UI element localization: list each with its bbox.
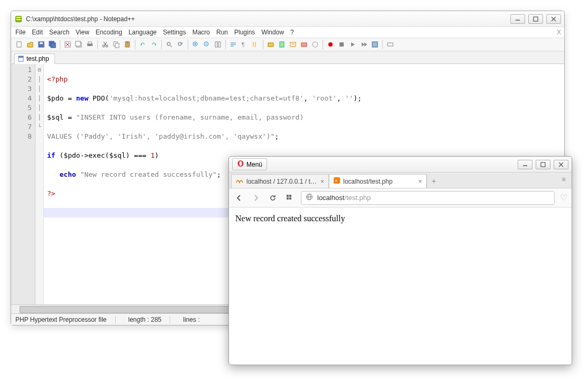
fold-column[interactable]: ⊟│││││└ xyxy=(35,64,44,304)
find-icon[interactable] xyxy=(164,40,174,49)
browser-window: Menü localhost / 127.0.0.1 / test × X lo… xyxy=(228,156,572,365)
browser-tab[interactable]: localhost / 127.0.0.1 / test × xyxy=(231,174,329,188)
svg-rect-1 xyxy=(16,17,21,18)
zoom-out-icon[interactable] xyxy=(202,40,212,49)
function-list-icon[interactable] xyxy=(288,40,298,49)
browser-window-controls xyxy=(518,160,568,169)
tab-close-icon[interactable]: × xyxy=(320,178,324,185)
phpmyadmin-favicon-icon xyxy=(236,177,243,185)
menu-help[interactable]: ? xyxy=(290,29,294,36)
url-text: localhost/test.php xyxy=(317,194,371,202)
forward-button[interactable] xyxy=(250,192,262,204)
svg-rect-9 xyxy=(40,42,43,44)
doc-map-icon[interactable] xyxy=(277,40,287,49)
open-file-icon[interactable] xyxy=(25,40,35,49)
cut-icon[interactable] xyxy=(100,40,110,49)
browser-tab-active[interactable]: X localhost/test.php × xyxy=(329,174,427,188)
maximize-button[interactable] xyxy=(528,14,543,24)
tab-overflow-icon[interactable]: ≡ xyxy=(559,176,568,183)
globe-icon xyxy=(306,193,313,202)
save-macro-icon[interactable] xyxy=(370,40,380,49)
svg-text:¶: ¶ xyxy=(242,42,244,48)
page-text: New record created successfully xyxy=(235,214,345,223)
svg-rect-26 xyxy=(126,41,128,43)
browser-tab-label: localhost / 127.0.0.1 / test xyxy=(246,178,317,185)
file-tab[interactable]: test.php xyxy=(14,53,55,64)
browser-titlebar[interactable]: Menü xyxy=(229,157,572,173)
svg-rect-66 xyxy=(289,197,291,200)
opera-menu-label: Menü xyxy=(246,161,262,168)
menu-encoding[interactable]: Encoding xyxy=(96,29,122,36)
menu-run[interactable]: Run xyxy=(216,29,228,36)
menu-macro[interactable]: Macro xyxy=(192,29,210,36)
svg-rect-16 xyxy=(76,41,80,46)
print-icon[interactable] xyxy=(85,40,95,49)
show-spaces-icon[interactable] xyxy=(385,40,395,49)
new-tab-button[interactable]: + xyxy=(427,174,440,188)
svg-rect-51 xyxy=(372,42,378,47)
folder-icon[interactable] xyxy=(266,40,275,49)
status-lines: lines : xyxy=(183,316,208,323)
reload-button[interactable] xyxy=(267,192,279,204)
svg-rect-58 xyxy=(541,162,545,167)
svg-rect-4 xyxy=(534,17,538,21)
svg-point-56 xyxy=(240,161,242,166)
play-macro-icon[interactable] xyxy=(348,40,357,49)
menu-view[interactable]: View xyxy=(76,29,89,36)
monitoring-icon[interactable] xyxy=(310,40,320,49)
menu-plugins[interactable]: Plugins xyxy=(234,29,255,36)
svg-rect-45 xyxy=(290,42,296,47)
notepad-titlebar[interactable]: C:\xampp\htdocs\test.php - Notepad++ xyxy=(11,11,564,27)
paste-icon[interactable] xyxy=(123,40,132,49)
indent-guide-icon[interactable] xyxy=(251,40,260,49)
opera-menu-button[interactable]: Menü xyxy=(232,158,267,170)
speed-dial-button[interactable] xyxy=(284,192,296,204)
tab-close-icon[interactable]: × xyxy=(418,178,422,185)
menu-settings[interactable]: Settings xyxy=(163,29,186,36)
svg-rect-52 xyxy=(388,43,393,46)
browser-maximize-button[interactable] xyxy=(536,160,550,169)
bookmark-heart-icon[interactable]: ♡ xyxy=(560,193,567,203)
save-icon[interactable] xyxy=(36,40,46,49)
folder-tree-icon[interactable] xyxy=(299,40,309,49)
close-button[interactable] xyxy=(546,14,561,24)
svg-rect-18 xyxy=(88,42,91,44)
svg-rect-65 xyxy=(287,197,289,200)
redo-icon[interactable] xyxy=(149,40,159,49)
undo-icon[interactable] xyxy=(138,40,148,49)
svg-point-49 xyxy=(328,42,333,47)
url-input[interactable]: localhost/test.php xyxy=(301,191,555,205)
minimize-button[interactable] xyxy=(510,14,525,24)
replace-icon[interactable] xyxy=(176,40,185,49)
close-all-icon[interactable] xyxy=(74,40,84,49)
sync-v-icon[interactable] xyxy=(213,40,223,49)
menu-edit[interactable]: Edit xyxy=(32,29,43,36)
save-all-icon[interactable] xyxy=(48,40,57,49)
close-file-icon[interactable] xyxy=(63,40,72,49)
svg-rect-36 xyxy=(218,42,221,47)
svg-text:X: X xyxy=(335,178,338,183)
svg-rect-50 xyxy=(339,42,344,47)
browser-minimize-button[interactable] xyxy=(518,160,532,169)
menu-file[interactable]: File xyxy=(15,29,25,36)
menu-bar: File Edit Search View Encoding Language … xyxy=(11,27,564,38)
menu-search[interactable]: Search xyxy=(49,29,69,36)
wordwrap-icon[interactable] xyxy=(228,40,238,49)
stop-macro-icon[interactable] xyxy=(337,40,346,49)
copy-icon[interactable] xyxy=(112,40,121,49)
back-button[interactable] xyxy=(233,192,245,204)
file-tabs: test.php xyxy=(11,51,564,64)
play-multiple-icon[interactable] xyxy=(359,40,369,49)
show-all-chars-icon[interactable]: ¶ xyxy=(240,40,249,49)
new-file-icon[interactable] xyxy=(14,40,24,49)
page-content: New record created successfully xyxy=(229,207,572,365)
menu-language[interactable]: Language xyxy=(128,29,157,36)
zoom-in-icon[interactable] xyxy=(191,40,200,49)
svg-line-28 xyxy=(170,46,172,47)
menu-window[interactable]: Window xyxy=(261,29,284,36)
record-macro-icon[interactable] xyxy=(326,40,335,49)
menu-x-icon[interactable]: X xyxy=(557,29,561,36)
svg-rect-7 xyxy=(17,42,21,47)
svg-rect-35 xyxy=(215,42,217,47)
browser-close-button[interactable] xyxy=(554,160,568,169)
